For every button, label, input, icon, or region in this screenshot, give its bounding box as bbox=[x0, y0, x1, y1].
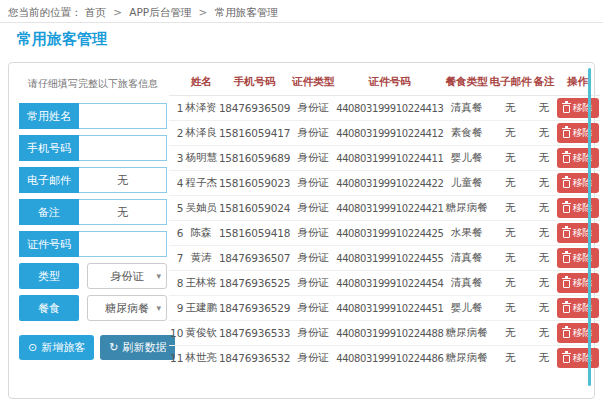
row-index: 8 bbox=[169, 271, 184, 296]
cell-name: 程子杰 bbox=[184, 171, 218, 196]
field-label-id-number: 证件号码 bbox=[19, 231, 79, 257]
page-title: 常用旅客管理 bbox=[17, 30, 107, 49]
form-row-name: 常用姓名 bbox=[19, 103, 167, 129]
cell-email: 无 bbox=[489, 246, 533, 271]
row-index: 4 bbox=[169, 171, 184, 196]
cell-id-number: 440803199910224412 bbox=[335, 121, 444, 146]
cell-email: 无 bbox=[489, 171, 533, 196]
remove-button[interactable]: 移除 bbox=[557, 298, 599, 318]
field-label-email: 电子邮件 bbox=[19, 167, 79, 193]
cell-note: 无 bbox=[533, 296, 556, 321]
field-label-id-type: 类型 bbox=[19, 263, 79, 289]
cell-name: 王建鹏 bbox=[184, 296, 218, 321]
cell-id-type: 身份证 bbox=[291, 346, 335, 371]
trash-icon bbox=[563, 355, 570, 363]
form-buttons: ⊙ 新增旅客 ↻ 刷新数据 bbox=[19, 335, 167, 360]
cell-phone: 18476936529 bbox=[218, 296, 291, 321]
cell-action: 移除 bbox=[556, 146, 600, 171]
email-input[interactable] bbox=[79, 167, 167, 193]
cell-phone: 18476936525 bbox=[218, 271, 291, 296]
table-scrollbar[interactable] bbox=[588, 68, 591, 386]
breadcrumb: 您当前的位置： 首页 > APP后台管理 > 常用旅客管理 bbox=[8, 6, 278, 20]
plus-circle-icon: ⊙ bbox=[28, 342, 37, 353]
cell-phone: 18476936507 bbox=[218, 246, 291, 271]
trash-icon bbox=[563, 130, 570, 138]
meal-selected-value: 糖尿病餐 bbox=[105, 301, 149, 316]
breadcrumb-app-admin[interactable]: APP后台管理 bbox=[129, 6, 191, 18]
id-number-input[interactable] bbox=[79, 231, 167, 257]
column-header: 电子邮件 bbox=[489, 71, 533, 96]
cell-email: 无 bbox=[489, 271, 533, 296]
cell-id-type: 身份证 bbox=[291, 121, 335, 146]
add-passenger-button[interactable]: ⊙ 新增旅客 bbox=[19, 335, 94, 360]
table-row: 6陈森15816059418身份证440803199910224425水果餐无无… bbox=[169, 221, 600, 246]
id-type-select[interactable]: 身份证 ▾ bbox=[87, 263, 167, 289]
remove-button[interactable]: 移除 bbox=[557, 123, 599, 143]
cell-id-number: 440803199910224488 bbox=[335, 321, 444, 346]
trash-icon bbox=[563, 205, 570, 213]
passenger-table-body: 1林泽资18476936509身份证440803199910224413清真餐无… bbox=[169, 96, 600, 371]
table-row: 4程子杰15816059023身份证440803199910224422儿童餐无… bbox=[169, 171, 600, 196]
cell-name: 王林将 bbox=[184, 271, 218, 296]
cell-id-type: 身份证 bbox=[291, 271, 335, 296]
cell-id-type: 身份证 bbox=[291, 246, 335, 271]
remove-button[interactable]: 移除 bbox=[557, 348, 599, 368]
column-header-index bbox=[169, 71, 184, 96]
cell-id-type: 身份证 bbox=[291, 171, 335, 196]
cell-action: 移除 bbox=[556, 246, 600, 271]
refresh-data-label: 刷新数据 bbox=[122, 340, 166, 355]
form-row-meal: 餐食 糖尿病餐 ▾ bbox=[19, 295, 167, 321]
column-header: 姓名 bbox=[184, 71, 218, 96]
cell-id-type: 身份证 bbox=[291, 321, 335, 346]
note-input[interactable] bbox=[79, 199, 167, 225]
cell-action: 移除 bbox=[556, 321, 600, 346]
breadcrumb-current: 常用旅客管理 bbox=[215, 6, 278, 18]
trash-icon bbox=[563, 255, 570, 263]
refresh-data-button[interactable]: ↻ 刷新数据 bbox=[100, 335, 175, 360]
cell-note: 无 bbox=[533, 246, 556, 271]
remove-button[interactable]: 移除 bbox=[557, 273, 599, 293]
remove-button[interactable]: 移除 bbox=[557, 223, 599, 243]
cell-name: 林世亮 bbox=[184, 346, 218, 371]
breadcrumb-home[interactable]: 首页 bbox=[85, 6, 106, 18]
cell-action: 移除 bbox=[556, 346, 600, 371]
cell-phone: 18476936509 bbox=[218, 96, 291, 121]
row-index: 9 bbox=[169, 296, 184, 321]
trash-icon bbox=[563, 155, 570, 163]
trash-icon bbox=[563, 230, 570, 238]
cell-id-number: 440803199910224486 bbox=[335, 346, 444, 371]
cell-phone: 18476936533 bbox=[218, 321, 291, 346]
cell-meal: 素食餐 bbox=[445, 121, 489, 146]
cell-meal: 清真餐 bbox=[445, 271, 489, 296]
remove-button[interactable]: 移除 bbox=[557, 98, 599, 118]
form-instructions: 请仔细填写完整以下旅客信息 bbox=[19, 77, 167, 91]
field-label-note: 备注 bbox=[19, 199, 79, 225]
table-row: 8王林将18476936525身份证440803199910224454清真餐无… bbox=[169, 271, 600, 296]
meal-select[interactable]: 糖尿病餐 ▾ bbox=[87, 295, 167, 321]
cell-name: 杨明慧 bbox=[184, 146, 218, 171]
remove-button[interactable]: 移除 bbox=[557, 323, 599, 343]
cell-name: 陈森 bbox=[184, 221, 218, 246]
cell-id-number: 440803199910224422 bbox=[335, 171, 444, 196]
cell-email: 无 bbox=[489, 296, 533, 321]
trash-icon bbox=[563, 280, 570, 288]
cell-email: 无 bbox=[489, 321, 533, 346]
cell-action: 移除 bbox=[556, 296, 600, 321]
table-row: 2林泽良15816059417身份证440803199910224412素食餐无… bbox=[169, 121, 600, 146]
name-input[interactable] bbox=[79, 103, 167, 129]
remove-button[interactable]: 移除 bbox=[557, 173, 599, 193]
remove-button[interactable]: 移除 bbox=[557, 198, 599, 218]
row-index: 5 bbox=[169, 196, 184, 221]
remove-button[interactable]: 移除 bbox=[557, 148, 599, 168]
cell-note: 无 bbox=[533, 271, 556, 296]
remove-button[interactable]: 移除 bbox=[557, 248, 599, 268]
cell-name: 吴妯员 bbox=[184, 196, 218, 221]
breadcrumb-prefix: 您当前的位置： bbox=[8, 6, 82, 18]
table-row: 7黄涛18476936507身份证440803199910224455清真餐无无… bbox=[169, 246, 600, 271]
phone-input[interactable] bbox=[79, 135, 167, 161]
cell-id-type: 身份证 bbox=[291, 296, 335, 321]
row-index: 2 bbox=[169, 121, 184, 146]
cell-id-type: 身份证 bbox=[291, 221, 335, 246]
column-header: 备注 bbox=[533, 71, 556, 96]
cell-action: 移除 bbox=[556, 96, 600, 121]
